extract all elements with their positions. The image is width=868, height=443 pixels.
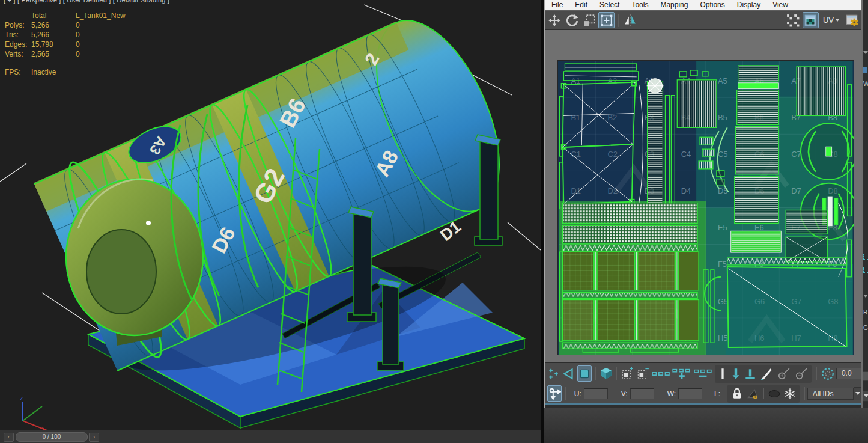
face-mode-button[interactable] <box>577 365 592 382</box>
filter-selected-faces-button[interactable] <box>745 385 760 402</box>
menu-options[interactable]: Options <box>694 0 730 10</box>
align-down-button[interactable] <box>729 365 742 382</box>
soft-selection-button[interactable] <box>820 365 836 382</box>
svg-text:C7: C7 <box>791 150 801 159</box>
sliver-label-g: G <box>863 325 868 331</box>
material-id-filter-arrow[interactable] <box>854 387 861 400</box>
uv-channel-dropdown[interactable]: UV <box>823 16 834 25</box>
uv-subobject-toolbar[interactable]: 0.0 <box>545 362 861 384</box>
lock-selection-button[interactable] <box>730 385 744 402</box>
align-bar-icon[interactable] <box>717 365 728 382</box>
svg-text:F5: F5 <box>718 260 727 269</box>
menu-select[interactable]: Select <box>593 0 625 10</box>
sliver-label-w: W <box>863 81 868 87</box>
axis-gizmo: z <box>20 394 47 432</box>
l-label: L: <box>714 390 720 398</box>
uv-menubar[interactable]: FileEditSelectToolsMappingOptionsDisplay… <box>545 0 861 10</box>
paint-select-add-button[interactable] <box>775 365 792 382</box>
time-slider[interactable]: 0 / 100 <box>16 432 88 442</box>
menu-display[interactable]: Display <box>731 0 766 10</box>
u-value-field[interactable] <box>584 388 608 399</box>
svg-text:D4: D4 <box>681 186 691 195</box>
material-id-filter-dropdown[interactable]: All IDs <box>807 388 854 400</box>
element-mode-button[interactable] <box>599 365 613 382</box>
svg-text:C5: C5 <box>718 150 728 159</box>
menu-view[interactable]: View <box>766 0 794 10</box>
uv-texture-canvas[interactable]: A1A2A3A4A5A6A7A8B1B2B3B4B5B6B7B8C1C2C3C4… <box>557 60 854 355</box>
edge-mode-button[interactable] <box>562 365 576 382</box>
sliver-label-r: R <box>863 309 867 316</box>
vertex-mode-button[interactable] <box>546 365 560 382</box>
freeform-mode-button[interactable] <box>598 12 615 28</box>
menu-edit[interactable]: Edit <box>569 0 593 10</box>
move-tool-button[interactable] <box>546 12 562 28</box>
time-prev-button[interactable]: ‹ <box>4 433 14 442</box>
paint-select-button[interactable] <box>758 365 774 382</box>
uv-channel-arrow-icon[interactable] <box>835 19 840 22</box>
rotate-tool-button[interactable] <box>563 12 580 28</box>
select-edge-loop-button[interactable] <box>651 365 670 382</box>
freeze-button[interactable] <box>783 385 797 402</box>
svg-text:A5: A5 <box>718 76 727 85</box>
svg-text:G5: G5 <box>718 297 728 306</box>
time-slider-bar[interactable]: ‹ 0 / 100 › <box>0 430 544 443</box>
mirror-tool-button[interactable] <box>622 12 638 28</box>
svg-text:B5: B5 <box>718 113 727 122</box>
options-button[interactable] <box>844 12 860 28</box>
svg-text:E5: E5 <box>718 223 727 232</box>
shrink-selection-button[interactable] <box>636 365 650 382</box>
uv-toolbar[interactable]: UV <box>545 10 861 30</box>
scale-tool-button[interactable] <box>581 12 597 28</box>
grow-loop-button[interactable] <box>672 365 692 382</box>
time-next-button[interactable]: › <box>89 433 99 442</box>
perspective-viewport[interactable]: [ + ] [ Perspective ] [ User Defined ] [… <box>0 0 544 443</box>
svg-text:D7: D7 <box>791 186 801 195</box>
uv-statusbar[interactable]: U: V: W: L: All IDs <box>545 384 861 403</box>
absolute-offset-toggle-button[interactable] <box>547 385 562 402</box>
window-bottom-frame <box>545 403 861 408</box>
u-label: U: <box>574 390 581 398</box>
w-label: W: <box>667 390 676 398</box>
uv-canvas-area[interactable]: A1A2A3A4A5A6A7A8B1B2B3B4B5B6B7B8C1C2C3C4… <box>545 30 861 362</box>
menu-tools[interactable]: Tools <box>625 0 654 10</box>
w-value-field[interactable] <box>678 388 702 399</box>
command-panel-sliver: W R G <box>863 0 868 443</box>
v-value-field[interactable] <box>630 388 654 399</box>
edit-uvws-window[interactable]: FileEditSelectToolsMappingOptionsDisplay… <box>544 0 863 408</box>
soft-selection-value-field[interactable]: 0.0 <box>836 368 861 379</box>
svg-text:H5: H5 <box>718 334 728 343</box>
paint-select-subtract-button[interactable] <box>793 365 809 382</box>
grow-selection-button[interactable] <box>620 365 634 382</box>
v-label: V: <box>621 390 628 398</box>
show-map-button[interactable] <box>803 12 819 28</box>
hide-button[interactable] <box>767 385 782 402</box>
menu-mapping[interactable]: Mapping <box>654 0 694 10</box>
checker-pattern-button[interactable] <box>785 12 801 28</box>
background-panel <box>544 408 868 443</box>
align-bottom-button[interactable] <box>744 365 757 382</box>
menu-file[interactable]: File <box>545 0 569 10</box>
shrink-loop-button[interactable] <box>693 365 712 382</box>
axis-z-label: z <box>20 394 23 402</box>
svg-text:C4: C4 <box>681 150 691 159</box>
